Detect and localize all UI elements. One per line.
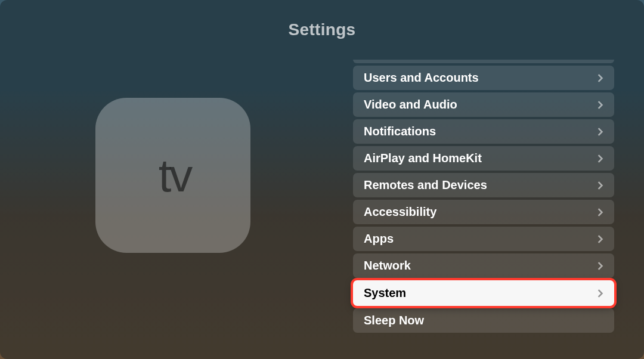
menu-item-sleep-now[interactable]: Sleep Now: [353, 308, 614, 333]
menu-item-apps[interactable]: Apps: [353, 227, 614, 251]
menu-item-airplay-and-homekit[interactable]: AirPlay and HomeKit: [353, 146, 614, 171]
settings-menu: Users and Accounts Video and Audio Notif…: [353, 60, 614, 333]
chevron-right-icon: [595, 261, 606, 271]
menu-label: Accessibility: [364, 205, 436, 219]
tv-text: tv: [159, 152, 191, 199]
chevron-right-icon: [595, 288, 606, 299]
appletv-logo: tv: [155, 152, 191, 199]
menu-item-system[interactable]: System: [353, 280, 614, 306]
menu-item-notifications[interactable]: Notifications: [353, 119, 614, 144]
menu-label: Apps: [364, 232, 394, 246]
page-title: Settings: [289, 20, 356, 39]
menu-label: Sleep Now: [364, 314, 424, 327]
menu-label: Video and Audio: [364, 98, 457, 112]
chevron-right-icon: [595, 100, 606, 110]
menu-item-remotes-and-devices[interactable]: Remotes and Devices: [353, 173, 614, 197]
menu-item-partial[interactable]: [353, 60, 614, 63]
menu-label: System: [364, 286, 406, 300]
menu-item-accessibility[interactable]: Accessibility: [353, 200, 614, 224]
chevron-right-icon: [595, 180, 606, 191]
menu-label: Notifications: [364, 125, 436, 138]
chevron-right-icon: [595, 153, 606, 164]
menu-label: AirPlay and HomeKit: [364, 151, 482, 165]
menu-label: Users and Accounts: [364, 71, 479, 85]
chevron-right-icon: [595, 126, 606, 137]
menu-item-users-and-accounts[interactable]: Users and Accounts: [353, 66, 614, 90]
appletv-tile: tv: [95, 98, 250, 253]
menu-item-video-and-audio[interactable]: Video and Audio: [353, 92, 614, 117]
chevron-right-icon: [595, 234, 606, 245]
menu-item-network[interactable]: Network: [353, 253, 614, 278]
menu-label: Network: [364, 259, 411, 273]
chevron-right-icon: [595, 73, 606, 83]
chevron-right-icon: [595, 207, 606, 218]
menu-label: Remotes and Devices: [364, 178, 487, 192]
